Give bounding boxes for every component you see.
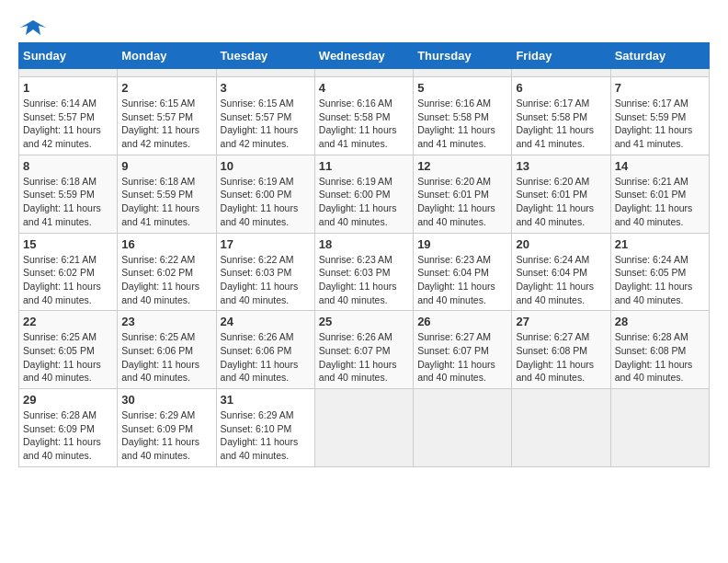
calendar-week-row: 1Sunrise: 6:14 AMSunset: 5:57 PMDaylight…: [19, 77, 710, 155]
calendar-day-cell: [216, 69, 314, 77]
calendar-table: SundayMondayTuesdayWednesdayThursdayFrid…: [18, 42, 710, 467]
calendar-day-cell: [19, 69, 118, 77]
calendar-day-cell: [314, 389, 413, 467]
day-number: 14: [615, 159, 705, 173]
day-info: Sunrise: 6:27 AMSunset: 6:08 PMDaylight:…: [516, 330, 606, 385]
day-number: 10: [221, 159, 311, 173]
calendar-day-cell: [414, 69, 512, 77]
day-info: Sunrise: 6:16 AMSunset: 5:58 PMDaylight:…: [417, 97, 507, 151]
day-of-week-header: Tuesday: [216, 43, 314, 69]
day-number: 23: [121, 315, 211, 328]
calendar-day-cell: 2Sunrise: 6:15 AMSunset: 5:57 PMDaylight…: [118, 77, 216, 155]
calendar-day-cell: 17Sunrise: 6:22 AMSunset: 6:03 PMDayligh…: [216, 233, 314, 311]
day-info: Sunrise: 6:15 AMSunset: 5:57 PMDaylight:…: [221, 97, 311, 151]
day-info: Sunrise: 6:19 AMSunset: 6:00 PMDaylight:…: [319, 175, 409, 229]
day-number: 17: [221, 237, 311, 251]
day-info: Sunrise: 6:25 AMSunset: 6:05 PMDaylight:…: [23, 330, 113, 385]
calendar-day-cell: 18Sunrise: 6:23 AMSunset: 6:03 PMDayligh…: [314, 233, 413, 311]
calendar-week-row: 29Sunrise: 6:28 AMSunset: 6:09 PMDayligh…: [19, 389, 710, 467]
calendar-day-cell: 12Sunrise: 6:20 AMSunset: 6:01 PMDayligh…: [414, 155, 512, 233]
calendar-day-cell: 30Sunrise: 6:29 AMSunset: 6:09 PMDayligh…: [118, 389, 216, 467]
calendar-header-row: SundayMondayTuesdayWednesdayThursdayFrid…: [19, 43, 710, 69]
day-info: Sunrise: 6:16 AMSunset: 5:58 PMDaylight:…: [319, 97, 409, 151]
day-number: 1: [23, 81, 113, 95]
calendar-day-cell: [118, 69, 216, 77]
day-number: 7: [615, 81, 705, 95]
calendar-day-cell: [314, 69, 413, 77]
calendar-day-cell: 6Sunrise: 6:17 AMSunset: 5:58 PMDaylight…: [512, 77, 610, 155]
calendar-day-cell: [414, 389, 512, 467]
calendar-day-cell: 9Sunrise: 6:18 AMSunset: 5:59 PMDaylight…: [118, 155, 216, 233]
calendar-day-cell: 28Sunrise: 6:28 AMSunset: 6:08 PMDayligh…: [610, 311, 709, 389]
calendar-week-row: [19, 69, 710, 77]
day-number: 28: [615, 315, 705, 328]
day-number: 21: [615, 237, 705, 251]
day-info: Sunrise: 6:23 AMSunset: 6:04 PMDaylight:…: [417, 253, 507, 307]
calendar-day-cell: 16Sunrise: 6:22 AMSunset: 6:02 PMDayligh…: [118, 233, 216, 311]
day-info: Sunrise: 6:15 AMSunset: 5:57 PMDaylight:…: [121, 97, 211, 151]
calendar-day-cell: 11Sunrise: 6:19 AMSunset: 6:00 PMDayligh…: [314, 155, 413, 233]
day-of-week-header: Sunday: [19, 43, 118, 69]
day-number: 2: [121, 81, 211, 95]
calendar-day-cell: 22Sunrise: 6:25 AMSunset: 6:05 PMDayligh…: [19, 311, 118, 389]
day-info: Sunrise: 6:18 AMSunset: 5:59 PMDaylight:…: [23, 175, 113, 229]
day-info: Sunrise: 6:21 AMSunset: 6:02 PMDaylight:…: [23, 253, 113, 307]
day-number: 26: [417, 315, 507, 328]
calendar-day-cell: 27Sunrise: 6:27 AMSunset: 6:08 PMDayligh…: [512, 311, 610, 389]
calendar-day-cell: 23Sunrise: 6:25 AMSunset: 6:06 PMDayligh…: [118, 311, 216, 389]
day-info: Sunrise: 6:19 AMSunset: 6:00 PMDaylight:…: [221, 175, 311, 229]
calendar-day-cell: [610, 69, 709, 77]
day-number: 4: [319, 81, 409, 95]
day-info: Sunrise: 6:25 AMSunset: 6:06 PMDaylight:…: [121, 330, 211, 385]
calendar-day-cell: 5Sunrise: 6:16 AMSunset: 5:58 PMDaylight…: [414, 77, 512, 155]
day-info: Sunrise: 6:28 AMSunset: 6:08 PMDaylight:…: [615, 330, 705, 385]
day-of-week-header: Friday: [512, 43, 610, 69]
calendar-day-cell: 8Sunrise: 6:18 AMSunset: 5:59 PMDaylight…: [19, 155, 118, 233]
calendar-day-cell: 15Sunrise: 6:21 AMSunset: 6:02 PMDayligh…: [19, 233, 118, 311]
day-info: Sunrise: 6:28 AMSunset: 6:09 PMDaylight:…: [23, 408, 113, 463]
day-number: 31: [221, 393, 311, 407]
day-info: Sunrise: 6:26 AMSunset: 6:06 PMDaylight:…: [221, 330, 311, 385]
calendar-day-cell: 10Sunrise: 6:19 AMSunset: 6:00 PMDayligh…: [216, 155, 314, 233]
calendar-day-cell: 20Sunrise: 6:24 AMSunset: 6:04 PMDayligh…: [512, 233, 610, 311]
calendar-day-cell: 26Sunrise: 6:27 AMSunset: 6:07 PMDayligh…: [414, 311, 512, 389]
calendar-day-cell: 24Sunrise: 6:26 AMSunset: 6:06 PMDayligh…: [216, 311, 314, 389]
day-info: Sunrise: 6:26 AMSunset: 6:07 PMDaylight:…: [319, 330, 409, 385]
day-of-week-header: Thursday: [414, 43, 512, 69]
logo-bird-icon: [20, 18, 46, 39]
day-number: 8: [23, 159, 113, 173]
day-info: Sunrise: 6:20 AMSunset: 6:01 PMDaylight:…: [417, 175, 507, 229]
day-info: Sunrise: 6:22 AMSunset: 6:03 PMDaylight:…: [221, 253, 311, 307]
calendar-day-cell: 21Sunrise: 6:24 AMSunset: 6:05 PMDayligh…: [610, 233, 709, 311]
day-info: Sunrise: 6:21 AMSunset: 6:01 PMDaylight:…: [615, 175, 705, 229]
day-number: 13: [516, 159, 606, 173]
day-info: Sunrise: 6:23 AMSunset: 6:03 PMDaylight:…: [319, 253, 409, 307]
logo: [18, 18, 46, 33]
calendar-day-cell: 7Sunrise: 6:17 AMSunset: 5:59 PMDaylight…: [610, 77, 709, 155]
day-of-week-header: Wednesday: [314, 43, 413, 69]
day-number: 16: [121, 237, 211, 251]
calendar-day-cell: [512, 69, 610, 77]
day-info: Sunrise: 6:27 AMSunset: 6:07 PMDaylight:…: [417, 330, 507, 385]
day-number: 20: [516, 237, 606, 251]
calendar-day-cell: 14Sunrise: 6:21 AMSunset: 6:01 PMDayligh…: [610, 155, 709, 233]
calendar-day-cell: 19Sunrise: 6:23 AMSunset: 6:04 PMDayligh…: [414, 233, 512, 311]
day-info: Sunrise: 6:29 AMSunset: 6:09 PMDaylight:…: [121, 408, 211, 463]
svg-marker-0: [20, 20, 46, 35]
day-info: Sunrise: 6:14 AMSunset: 5:57 PMDaylight:…: [23, 97, 113, 151]
day-number: 18: [319, 237, 409, 251]
calendar-day-cell: [610, 389, 709, 467]
day-number: 3: [221, 81, 311, 95]
day-number: 15: [23, 237, 113, 251]
calendar-week-row: 8Sunrise: 6:18 AMSunset: 5:59 PMDaylight…: [19, 155, 710, 233]
day-info: Sunrise: 6:17 AMSunset: 5:58 PMDaylight:…: [516, 97, 606, 151]
calendar-day-cell: 3Sunrise: 6:15 AMSunset: 5:57 PMDaylight…: [216, 77, 314, 155]
calendar-week-row: 15Sunrise: 6:21 AMSunset: 6:02 PMDayligh…: [19, 233, 710, 311]
calendar-day-cell: 4Sunrise: 6:16 AMSunset: 5:58 PMDaylight…: [314, 77, 413, 155]
calendar-day-cell: 1Sunrise: 6:14 AMSunset: 5:57 PMDaylight…: [19, 77, 118, 155]
day-number: 19: [417, 237, 507, 251]
day-info: Sunrise: 6:29 AMSunset: 6:10 PMDaylight:…: [221, 408, 311, 463]
day-info: Sunrise: 6:22 AMSunset: 6:02 PMDaylight:…: [121, 253, 211, 307]
calendar-week-row: 22Sunrise: 6:25 AMSunset: 6:05 PMDayligh…: [19, 311, 710, 389]
calendar-day-cell: 13Sunrise: 6:20 AMSunset: 6:01 PMDayligh…: [512, 155, 610, 233]
